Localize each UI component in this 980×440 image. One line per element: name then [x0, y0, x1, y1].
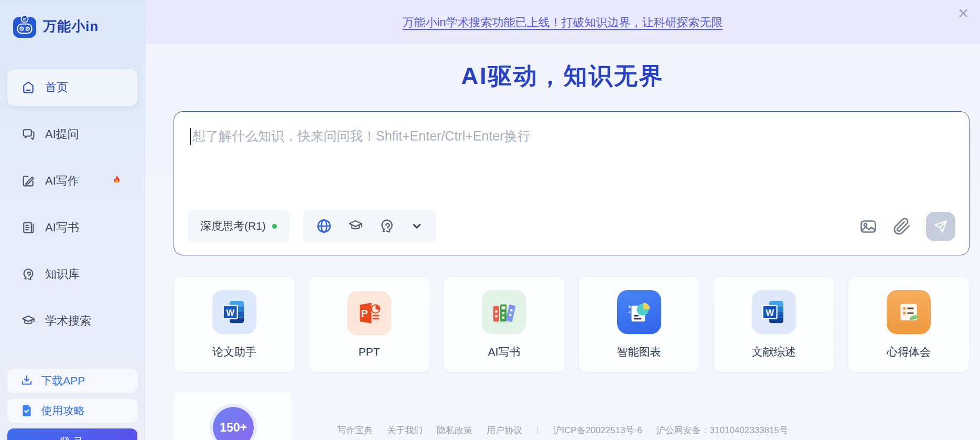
svg-text:P: P	[361, 307, 368, 318]
composer-actions	[859, 212, 955, 241]
login-label: 登录	[59, 435, 85, 440]
sidebar-item-label: AI写书	[45, 220, 79, 235]
card-smart-chart[interactable]: 智能图表	[578, 276, 700, 372]
image-upload-icon[interactable]	[859, 217, 878, 236]
svg-text:W: W	[766, 308, 774, 318]
guide-label: 使用攻略	[41, 403, 85, 418]
prompt-placeholder-row: 想了解什么知识，快来问问我！Shfit+Enter/Ctrl+Enter换行	[190, 127, 531, 145]
card-reflections[interactable]: 心得体会	[848, 276, 970, 372]
shortcut-cards: W 论文助手 P PPT	[174, 276, 970, 372]
chevron-down-icon[interactable]	[410, 219, 424, 233]
svg-text:W: W	[226, 308, 234, 318]
composer-toolbar: 深度思考(R1)	[188, 210, 436, 242]
active-status-dot	[272, 224, 277, 229]
text-caret	[190, 128, 191, 145]
app-title: 万能小in	[43, 17, 99, 36]
attachment-icon[interactable]	[892, 217, 911, 236]
app-logo[interactable]: in 万能小in	[7, 9, 137, 43]
card-literature-review[interactable]: W 文献综述	[713, 276, 835, 372]
footer-link-about-us[interactable]: 关于我们	[387, 424, 423, 436]
card-label: 论文助手	[212, 345, 256, 359]
card-label: 心得体会	[887, 345, 931, 359]
svg-text:in: in	[23, 17, 27, 22]
card-paper-assistant[interactable]: W 论文助手	[174, 276, 295, 372]
sidebar-item-label: 首页	[45, 80, 68, 95]
guide-button[interactable]: 使用攻略	[7, 399, 137, 423]
chat-icon	[21, 127, 36, 142]
document-icon	[21, 220, 36, 235]
prompt-placeholder: 想了解什么知识，快来问问我！Shfit+Enter/Ctrl+Enter换行	[192, 127, 531, 145]
footer-divider: |	[536, 425, 539, 435]
download-app-button[interactable]: 下载APP	[7, 369, 137, 393]
mode-switcher	[303, 210, 436, 242]
robot-logo-icon: in	[13, 14, 37, 38]
head-brain-icon	[21, 267, 36, 282]
footer-icp: 沪ICP备20022513号-6	[553, 424, 642, 436]
download-icon	[20, 374, 34, 388]
paper-plane-icon	[933, 219, 948, 234]
sidebar-item-label: 学术搜索	[45, 313, 91, 329]
announcement-banner: 万能小in学术搜索功能已上线！打破知识边界，让科研探索无限 ✕	[145, 0, 980, 45]
knowledge-mode-icon[interactable]	[379, 218, 395, 234]
footer: 写作宝典 关于我们 隐私政策 用户协议 | 沪ICP备20022513号-6 沪…	[145, 424, 980, 436]
deep-think-label: 深度思考(R1)	[200, 219, 266, 233]
sidebar-item-ai-ask[interactable]: AI提问	[7, 116, 137, 153]
word-doc-icon: W	[752, 290, 796, 334]
download-app-label: 下载APP	[41, 373, 85, 388]
send-button[interactable]	[926, 212, 955, 241]
main-area: 万能小in学术搜索功能已上线！打破知识边界，让科研探索无限 ✕ AI驱动，知识无…	[145, 0, 980, 440]
sidebar-item-ai-writing[interactable]: AI写作	[7, 163, 137, 199]
card-ppt[interactable]: P PPT	[308, 276, 430, 372]
close-icon[interactable]: ✕	[954, 4, 973, 23]
footer-link-privacy[interactable]: 隐私政策	[437, 424, 472, 436]
guide-check-doc-icon	[20, 404, 34, 417]
sidebar-item-label: AI提问	[45, 126, 79, 142]
hot-flame-icon	[110, 174, 124, 188]
sidebar-item-label: AI写作	[45, 173, 79, 189]
login-button[interactable]: 登录	[7, 428, 137, 440]
card-label: 文献综述	[752, 345, 796, 359]
academic-mode-icon[interactable]	[347, 218, 364, 234]
sidebar-item-ai-book[interactable]: AI写书	[7, 209, 137, 246]
sidebar-nav: 首页 AI提问 AI写作	[7, 69, 137, 349]
footer-link-terms[interactable]: 用户协议	[487, 424, 522, 436]
sidebar-item-academic-search[interactable]: 学术搜索	[7, 303, 137, 339]
scroll-feather-icon	[887, 290, 931, 334]
footer-link-writing-guide[interactable]: 写作宝典	[337, 424, 373, 436]
graduation-cap-icon	[21, 314, 36, 328]
sidebar-bottom: 下载APP 使用攻略 登录	[7, 369, 137, 440]
prompt-input[interactable]: 想了解什么知识，快来问问我！Shfit+Enter/Ctrl+Enter换行 深…	[174, 111, 970, 255]
sidebar: in 万能小in 首页	[0, 0, 145, 440]
edit-icon	[21, 174, 36, 188]
home-icon	[21, 80, 36, 95]
web-search-icon[interactable]	[316, 218, 332, 234]
chart-icon	[617, 290, 661, 334]
card-label: 智能图表	[617, 345, 661, 359]
deep-think-toggle[interactable]: 深度思考(R1)	[188, 210, 289, 242]
page-title: AI驱动，知识无界	[145, 60, 980, 92]
sidebar-item-home[interactable]: 首页	[7, 69, 137, 106]
sidebar-item-knowledge-base[interactable]: 知识库	[7, 256, 137, 293]
card-label: AI写书	[488, 345, 521, 359]
ppt-icon: P	[347, 291, 391, 335]
card-ai-book[interactable]: AI写书	[443, 276, 565, 372]
sidebar-item-label: 知识库	[45, 266, 80, 282]
footer-police: 沪公网安备：31010402333815号	[656, 424, 788, 436]
card-label: PPT	[359, 346, 380, 358]
announcement-link[interactable]: 万能小in学术搜索功能已上线！打破知识边界，让科研探索无限	[402, 15, 723, 30]
word-doc-icon: W	[212, 290, 256, 334]
books-icon	[482, 290, 526, 334]
